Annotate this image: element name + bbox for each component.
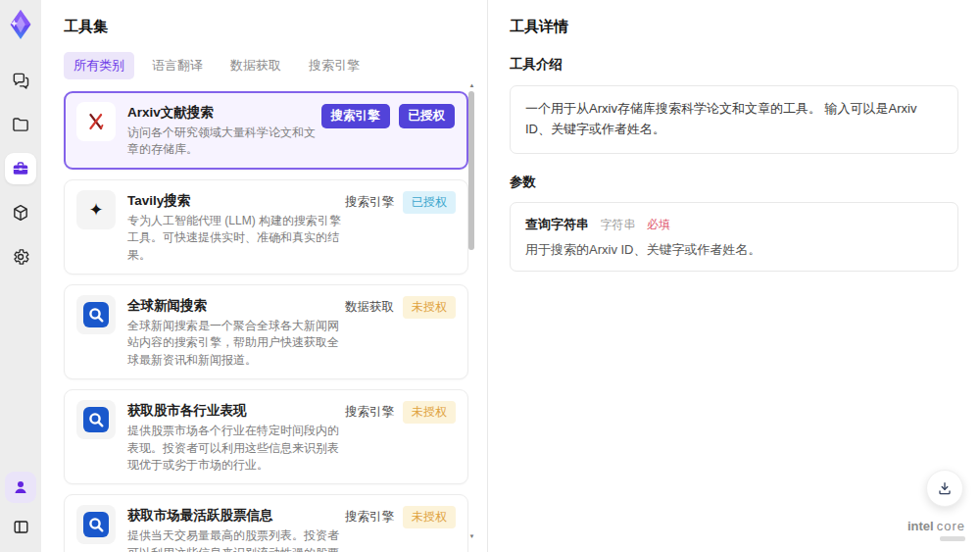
tool-name: Tavily搜索 — [127, 190, 350, 209]
intro-section-label: 工具介绍 — [510, 56, 958, 74]
scroll-up-arrow[interactable]: ▲ — [467, 82, 476, 88]
app-window: 工具集 所有类别 语言翻译 数据获取 搜索引擎 Arxiv文献搜索 访问各个研究… — [0, 0, 980, 552]
auth-status-badge: 未授权 — [403, 506, 456, 528]
rail-nav — [5, 65, 36, 273]
tool-desc: 访问各个研究领域大量科学论文和文章的存储库。 — [127, 125, 319, 159]
tool-detail-panel: 工具详情 工具介绍 一个用于从Arxiv存储库搜索科学论文和文章的工具。 输入可… — [487, 0, 980, 552]
scroll-down-arrow[interactable]: ▼ — [467, 533, 476, 539]
tool-name: 全球新闻搜索 — [127, 295, 350, 314]
tool-text: 获取市场最活跃股票信息 提供当天交易量最高的股票列表。投资者可以利用这些信息来识… — [127, 505, 350, 552]
param-required-badge: 必填 — [647, 218, 670, 231]
tool-badges: 搜索引擎 已授权 — [321, 104, 456, 128]
tool-name: 获取市场最活跃股票信息 — [127, 505, 350, 524]
list-scrollbar[interactable]: ▲ ▼ — [467, 82, 476, 539]
intel-core-logo: intelcore — [907, 520, 965, 541]
tool-text: Arxiv文献搜索 访问各个研究领域大量科学论文和文章的存储库。 — [127, 102, 319, 159]
auth-status-badge: 已授权 — [399, 104, 456, 128]
param-head: 查询字符串 字符串 必填 — [525, 215, 943, 233]
blue-search-icon — [76, 505, 116, 544]
auth-status-badge: 已授权 — [403, 191, 456, 214]
tool-name: 获取股市各行业表现 — [127, 400, 350, 419]
category-badge: 搜索引擎 — [321, 104, 390, 128]
scrollbar-thumb[interactable] — [468, 91, 474, 250]
star-icon: ✦ — [76, 190, 116, 229]
param-desc: 用于搜索的Arxiv ID、关键字或作者姓名。 — [525, 241, 943, 259]
auth-status-badge: 未授权 — [403, 401, 456, 424]
tab-language-translation[interactable]: 语言翻译 — [142, 52, 213, 79]
page-title: 工具集 — [64, 18, 487, 36]
cube-icon[interactable] — [5, 197, 36, 228]
category-badge: 数据获取 — [345, 299, 394, 316]
param-type: 字符串 — [600, 218, 635, 231]
auth-status-badge: 未授权 — [403, 296, 456, 319]
tool-desc: 专为人工智能代理 (LLM) 构建的搜索引擎工具。可快速提供实时、准确和真实的结… — [127, 213, 350, 264]
app-logo — [4, 8, 37, 41]
user-icon[interactable] — [5, 472, 36, 503]
blue-search-icon — [76, 295, 116, 334]
panel-toggle-icon[interactable] — [5, 511, 36, 542]
tool-name: Arxiv文献搜索 — [127, 102, 319, 121]
tool-badges: 数据获取 未授权 — [345, 296, 456, 319]
chat-icon[interactable] — [5, 65, 36, 96]
category-badge: 搜索引擎 — [345, 509, 394, 526]
brand-word-core: core — [937, 519, 965, 533]
rail-bottom — [5, 472, 36, 542]
tab-all-categories[interactable]: 所有类别 — [64, 52, 134, 79]
tool-badges: 搜索引擎 已授权 — [345, 191, 456, 214]
tool-text: 获取股市各行业表现 提供股票市场各个行业在特定时间段内的表现。投资者可以利用这些… — [127, 400, 350, 474]
toolbox-icon[interactable] — [5, 153, 36, 184]
tool-card-global-news[interactable]: 全球新闻搜索 全球新闻搜索是一个聚合全球各大新闻网站内容的搜索引擎，帮助用户快速… — [64, 284, 468, 379]
download-button[interactable] — [926, 470, 963, 507]
tool-text: 全球新闻搜索 全球新闻搜索是一个聚合全球各大新闻网站内容的搜索引擎，帮助用户快速… — [127, 295, 350, 369]
category-tabs: 所有类别 语言翻译 数据获取 搜索引擎 — [64, 52, 487, 79]
tab-search-engine[interactable]: 搜索引擎 — [299, 52, 369, 79]
tool-card-arxiv[interactable]: Arxiv文献搜索 访问各个研究领域大量科学论文和文章的存储库。 搜索引擎 已授… — [64, 91, 468, 170]
tool-badges: 搜索引擎 未授权 — [345, 401, 456, 424]
category-badge: 搜索引擎 — [345, 404, 394, 421]
params-section-label: 参数 — [510, 174, 958, 191]
left-rail — [0, 0, 41, 552]
tool-desc: 提供当天交易量最高的股票列表。投资者可以利用这些信息来识别流动性强的股票和潜在的… — [127, 527, 350, 552]
tab-data-acquisition[interactable]: 数据获取 — [220, 52, 291, 79]
tool-badges: 搜索引擎 未授权 — [345, 506, 456, 528]
tool-card-list: Arxiv文献搜索 访问各个研究领域大量科学论文和文章的存储库。 搜索引擎 已授… — [64, 91, 468, 552]
tool-desc: 提供股票市场各个行业在特定时间段内的表现。投资者可以利用这些信息来识别表现优于或… — [127, 423, 350, 474]
tool-intro-box: 一个用于从Arxiv存储库搜索科学论文和文章的工具。 输入可以是Arxiv ID… — [510, 85, 958, 154]
category-badge: 搜索引擎 — [345, 194, 394, 211]
brand-sub-mark — [940, 536, 965, 541]
param-name: 查询字符串 — [525, 217, 589, 231]
tool-card-sector-performance[interactable]: 获取股市各行业表现 提供股票市场各个行业在特定时间段内的表现。投资者可以利用这些… — [64, 389, 468, 484]
tool-card-active-stocks[interactable]: 获取市场最活跃股票信息 提供当天交易量最高的股票列表。投资者可以利用这些信息来识… — [64, 494, 468, 552]
arxiv-icon — [76, 102, 116, 141]
tool-text: Tavily搜索 专为人工智能代理 (LLM) 构建的搜索引擎工具。可快速提供实… — [127, 190, 350, 264]
folder-icon[interactable] — [5, 109, 36, 140]
blue-search-icon — [76, 400, 116, 439]
settings-icon[interactable] — [5, 241, 36, 273]
download-icon — [937, 480, 953, 496]
brand-word-intel: intel — [907, 519, 934, 533]
detail-title: 工具详情 — [510, 18, 958, 36]
tool-desc: 全球新闻搜索是一个聚合全球各大新闻网站内容的搜索引擎，帮助用户快速获取全球最新资… — [127, 318, 350, 369]
tool-list-panel: 工具集 所有类别 语言翻译 数据获取 搜索引擎 Arxiv文献搜索 访问各个研究… — [41, 0, 487, 552]
tool-card-tavily[interactable]: ✦ Tavily搜索 专为人工智能代理 (LLM) 构建的搜索引擎工具。可快速提… — [64, 179, 468, 275]
param-box: 查询字符串 字符串 必填 用于搜索的Arxiv ID、关键字或作者姓名。 — [510, 202, 958, 272]
